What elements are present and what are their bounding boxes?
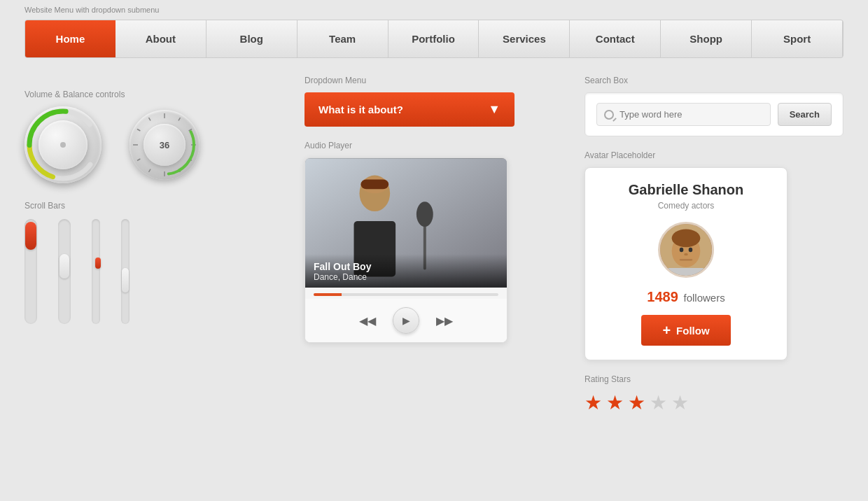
follow-button-label: Follow xyxy=(676,325,710,337)
knobs-row: 36 xyxy=(24,106,284,183)
svg-line-8 xyxy=(178,169,181,172)
search-section-label: Search Box xyxy=(584,76,844,85)
rating-section-label: Rating Stars xyxy=(584,374,844,384)
player-controls: ◀◀ ▶ ▶▶ xyxy=(305,299,507,342)
audio-player-section: Audio Player xyxy=(304,141,564,343)
svg-line-10 xyxy=(149,169,151,172)
fast-forward-button[interactable]: ▶▶ xyxy=(433,309,456,332)
follow-plus-icon: + xyxy=(662,323,671,337)
volume-knob-inner xyxy=(38,120,88,169)
progress-bar-bg xyxy=(314,293,498,296)
dropdown-button[interactable]: What is it about? ▼ xyxy=(304,92,514,127)
search-button[interactable]: Search xyxy=(778,103,832,126)
volume-knob[interactable] xyxy=(24,106,102,183)
scrollbars-row xyxy=(24,219,284,331)
search-box-inner: Search xyxy=(584,92,844,136)
svg-point-19 xyxy=(416,202,433,227)
svg-line-13 xyxy=(137,129,140,132)
search-input-wrap xyxy=(596,103,771,126)
player-progress-bar[interactable] xyxy=(305,288,507,299)
followers-label: followers xyxy=(683,292,724,304)
audio-player-label: Audio Player xyxy=(304,141,564,150)
svg-line-11 xyxy=(137,159,140,161)
svg-line-4 xyxy=(178,118,181,120)
svg-rect-23 xyxy=(360,179,388,189)
scrollbars-section: Scroll Bars xyxy=(24,201,284,331)
play-button[interactable]: ▶ xyxy=(393,307,419,334)
player-image: Fall Out Boy Dance, Dance xyxy=(305,158,507,288)
svg-rect-30 xyxy=(680,259,693,261)
scrollbar-4[interactable] xyxy=(121,219,130,324)
avatar-section: Avatar Placeholder Gabrielle Shanon Come… xyxy=(584,150,844,360)
stars-row: ★ ★ ★ ★ ★ xyxy=(584,391,844,414)
svg-point-28 xyxy=(689,248,693,252)
page-title: Website Menu with dropdown submenu xyxy=(0,0,868,20)
star-2[interactable]: ★ xyxy=(606,391,624,414)
dropdown-button-label: What is it about? xyxy=(318,104,403,115)
volume-section: Volume & Balance controls xyxy=(24,90,284,183)
avatar-photo-svg xyxy=(660,222,712,278)
player-box: Fall Out Boy Dance, Dance ◀◀ ▶ ▶▶ xyxy=(304,157,507,343)
rating-section: Rating Stars ★ ★ ★ ★ ★ xyxy=(584,374,844,414)
star-1[interactable]: ★ xyxy=(584,391,602,414)
scrollbar-thumb-4[interactable] xyxy=(122,268,129,292)
dropdown-section-label: Dropdown Menu xyxy=(304,76,564,85)
svg-rect-31 xyxy=(666,268,706,278)
main-content: Volume & Balance controls xyxy=(0,58,868,432)
star-5[interactable]: ★ xyxy=(671,391,689,414)
search-icon xyxy=(604,110,614,120)
followers-row: 1489 followers xyxy=(599,289,773,305)
scrollbar-3[interactable] xyxy=(92,219,100,324)
svg-point-26 xyxy=(672,229,701,247)
right-column: Search Box Search Avatar Placeholder Gab… xyxy=(584,76,844,414)
star-4[interactable]: ★ xyxy=(650,391,667,414)
middle-column: Dropdown Menu What is it about? ▼ Audio … xyxy=(304,76,564,414)
scrollbar-1[interactable] xyxy=(24,219,37,324)
nav-item-sport[interactable]: Sport xyxy=(752,20,843,57)
volume-knob-outer xyxy=(24,106,102,183)
balance-knob-outer: 36 xyxy=(130,110,200,180)
svg-line-5 xyxy=(189,129,192,132)
nav-item-team[interactable]: Team xyxy=(298,20,388,57)
follow-button[interactable]: + Follow xyxy=(641,315,730,346)
scrollbars-label: Scroll Bars xyxy=(24,201,284,211)
nav-item-home[interactable]: Home xyxy=(25,20,115,57)
scrollbar-thumb-1[interactable] xyxy=(25,222,36,250)
avatar-name: Gabrielle Shanon xyxy=(599,182,773,198)
scrollbar-thumb-2[interactable] xyxy=(59,254,69,278)
star-3[interactable]: ★ xyxy=(628,391,645,414)
volume-section-label: Volume & Balance controls xyxy=(24,90,284,99)
svg-point-29 xyxy=(684,253,688,256)
svg-line-14 xyxy=(149,118,151,120)
progress-bar-fill xyxy=(314,293,342,296)
left-column: Volume & Balance controls xyxy=(24,76,284,414)
svg-point-27 xyxy=(680,248,684,252)
rewind-button[interactable]: ◀◀ xyxy=(356,309,379,332)
avatar-image xyxy=(658,222,714,278)
scrollbar-2[interactable] xyxy=(58,219,71,324)
nav-item-services[interactable]: Services xyxy=(479,20,570,57)
nav-item-shopp[interactable]: Shopp xyxy=(661,20,752,57)
nav-item-contact[interactable]: Contact xyxy=(570,20,661,57)
nav-item-about[interactable]: About xyxy=(115,20,206,57)
nav-bar: Home About Blog Team Portfolio Services … xyxy=(24,20,844,58)
volume-knob-dot xyxy=(60,142,66,148)
balance-knob[interactable]: 36 xyxy=(130,110,200,180)
followers-count: 1489 xyxy=(647,289,678,304)
dropdown-arrow-icon: ▼ xyxy=(488,102,500,117)
dropdown-section: Dropdown Menu What is it about? ▼ xyxy=(304,76,564,127)
search-input[interactable] xyxy=(620,109,763,120)
balance-knob-value: 36 xyxy=(144,124,186,166)
svg-line-7 xyxy=(189,159,192,161)
nav-item-portfolio[interactable]: Portfolio xyxy=(388,20,479,57)
avatar-role: Comedy actors xyxy=(599,201,773,211)
avatar-section-label: Avatar Placeholder xyxy=(584,150,844,160)
player-song-title: Fall Out Boy xyxy=(314,261,498,272)
search-box-section: Search Box Search xyxy=(584,76,844,136)
nav-item-blog[interactable]: Blog xyxy=(206,20,298,57)
avatar-card: Gabrielle Shanon Comedy actors xyxy=(584,167,788,360)
player-song-artist: Dance, Dance xyxy=(314,272,498,282)
scrollbar-thumb-3[interactable] xyxy=(95,257,101,269)
player-overlay: Fall Out Boy Dance, Dance xyxy=(305,254,507,288)
